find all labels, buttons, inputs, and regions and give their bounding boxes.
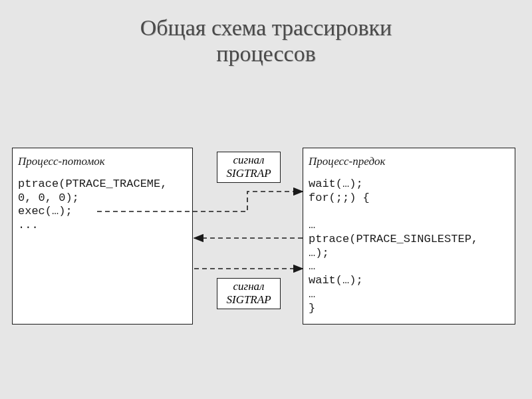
signal-label-bottom: сигнал SIGTRAP <box>217 278 281 309</box>
signal-label-top: сигнал SIGTRAP <box>217 152 281 183</box>
child-process-code: ptrace(PTRACE_TRACEME, 0, 0, 0); exec(…)… <box>18 178 187 233</box>
parent-process-code: wait(…); for(;;) { … ptrace(PTRACE_SINGL… <box>309 178 509 315</box>
parent-process-box: Процесс-предок wait(…); for(;;) { … ptra… <box>303 148 515 325</box>
child-process-title: Процесс-потомок <box>18 155 187 168</box>
slide-title: Общая схема трассировки процессов <box>0 0 532 66</box>
child-process-box: Процесс-потомок ptrace(PTRACE_TRACEME, 0… <box>12 148 193 325</box>
title-line-1: Общая схема трассировки <box>140 15 392 40</box>
title-line-2: процессов <box>216 41 316 66</box>
parent-process-title: Процесс-предок <box>309 155 509 168</box>
